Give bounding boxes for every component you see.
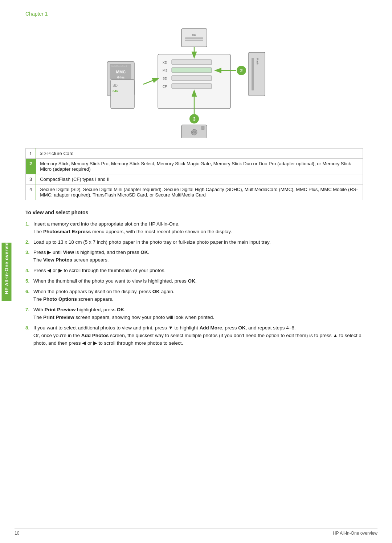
row-number: 4 [26,185,36,200]
list-item: 3.Press ▶ until View is highlighted, and… [25,249,363,264]
step-number: 1. [25,220,33,228]
svg-text:3: 3 [193,116,195,122]
svg-text:MS: MS [163,69,168,72]
step-number: 3. [25,249,33,256]
list-item: 1.Insert a memory card into the appropri… [25,220,363,236]
step-text: Press ▶ until View is highlighted, and t… [33,249,363,264]
instructions-section: To view and select photos 1.Insert a mem… [25,209,363,347]
table-row: 4Secure Digital (SD), Secure Digital Min… [26,185,363,200]
svg-rect-8 [172,84,212,89]
step-number: 5. [25,277,33,285]
step-text: Load up to 13 x 18 cm (5 x 7 inch) photo… [33,239,363,246]
steps-list: 1.Insert a memory card into the appropri… [25,220,363,347]
svg-text:2: 2 [240,68,242,73]
page-footer: 10 HP All-in-One overview [15,528,377,536]
list-item: 4.Press ◀ or ▶ to scroll through the thu… [25,267,363,275]
svg-line-32 [143,78,158,84]
list-item: 5.When the thumbnail of the photo you wa… [25,277,363,285]
step-text: With Print Preview highlighted, press OK… [33,306,363,321]
table-row: 1xD-Picture Card [26,149,363,159]
table-row: 2Memory Stick, Memory Stick Pro, Memory … [26,159,363,174]
svg-text:64MB: 64MB [117,76,125,79]
step-text: Press ◀ or ▶ to scroll through the thumb… [33,267,363,275]
svg-text:Flash: Flash [256,58,259,64]
list-item: 2.Load up to 13 x 18 cm (5 x 7 inch) pho… [25,239,363,246]
svg-text:64M: 64M [113,89,118,93]
svg-rect-2 [172,60,212,65]
svg-rect-15 [185,40,203,41]
footer-page-num: 10 [15,531,19,536]
svg-rect-21 [252,58,254,90]
section-title: To view and select photos [25,209,363,217]
row-description: CompactFlash (CF) types I and II [36,174,363,185]
list-item: 6.When the photo appears by itself on th… [25,288,363,303]
side-tab-label: HP All-in-One overview [2,243,12,301]
step-number: 6. [25,288,33,296]
svg-text:XD: XD [163,61,167,64]
svg-rect-14 [185,37,203,39]
step-text: When the photo appears by itself on the … [33,288,363,303]
svg-text:xD: xD [192,33,197,37]
diagram-area: XD MS SD CF 1 xD 2 [25,23,363,139]
step-text: Insert a memory card into the appropriat… [33,220,363,236]
row-number: 2 [26,159,36,174]
card-slots-diagram: XD MS SD CF 1 xD 2 [71,25,318,138]
svg-text:MMC: MMC [116,70,126,74]
svg-text:MultiMediaCard: MultiMediaCard [111,65,127,67]
step-number: 7. [25,306,33,314]
svg-text:SD: SD [163,77,167,80]
step-text: When the thumbnail of the photo you want… [33,277,363,285]
footer-section: HP All-in-One overview [333,531,377,536]
svg-text:CF: CF [163,85,167,88]
row-description: xD-Picture Card [36,149,363,159]
card-type-table: 1xD-Picture Card2Memory Stick, Memory St… [25,148,363,200]
svg-rect-4 [172,68,212,73]
row-number: 1 [26,149,36,159]
svg-text:SD: SD [113,84,118,88]
svg-text:CF: CF [192,131,196,134]
svg-rect-6 [172,76,212,81]
table-row: 3CompactFlash (CF) types I and II [26,174,363,185]
step-number: 2. [25,239,33,246]
list-item: 7.With Print Preview highlighted, press … [25,306,363,321]
step-number: 8. [25,324,33,332]
chapter-label: Chapter 1 [25,11,377,17]
step-text: If you want to select additional photos … [33,324,363,347]
step-number: 4. [25,267,33,275]
list-item: 8.If you want to select additional photo… [25,324,363,347]
row-number: 3 [26,174,36,185]
svg-rect-28 [201,126,204,130]
row-description: Memory Stick, Memory Stick Pro, Memory S… [36,159,363,174]
row-description: Secure Digital (SD), Secure Digital Mini… [36,185,363,200]
